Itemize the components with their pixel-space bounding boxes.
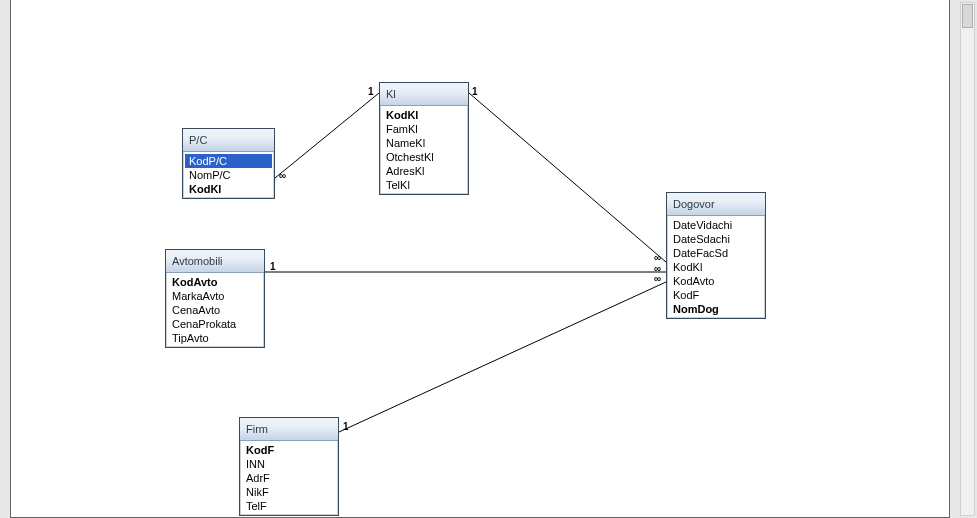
table-dogovor-title[interactable]: Dogovor [667,193,765,216]
table-firm-title[interactable]: Firm [240,418,338,441]
table-firm-fields: KodF INN AdrF NikF TelF [240,441,338,515]
table-avtomobili-title[interactable]: Avtomobili [166,250,264,273]
table-kl[interactable]: Kl KodKl FamKl NameKl OtchestKl AdresKl … [379,82,469,195]
field-pc-kodkl[interactable]: KodKl [185,182,272,196]
scrollbar-thumb[interactable] [962,4,973,28]
field-avto-kodavto[interactable]: KodAvto [168,275,262,289]
field-kl-telkl[interactable]: TelKl [382,178,466,192]
field-kl-adreskl[interactable]: AdresKl [382,164,466,178]
table-avtomobili-fields: KodAvto MarkaAvto CenaAvto CenaProkata T… [166,273,264,347]
rel-firm-dog-many: ∞ [654,273,661,284]
rel-avto-dog-one: 1 [270,261,276,272]
rel-kl-pc-many: ∞ [279,170,286,181]
field-avto-tipavto[interactable]: TipAvto [168,331,262,345]
field-firm-telf[interactable]: TelF [242,499,336,513]
table-kl-title[interactable]: Kl [380,83,468,106]
field-dog-kodkl[interactable]: KodKl [669,260,763,274]
table-pc-title[interactable]: P/C [183,129,274,152]
field-dog-kodf[interactable]: KodF [669,288,763,302]
rel-firm-dog-one: 1 [343,421,349,432]
table-firm[interactable]: Firm KodF INN AdrF NikF TelF [239,417,339,516]
field-pc-nompc[interactable]: NomP/C [185,168,272,182]
field-dog-kodavto[interactable]: KodAvto [669,274,763,288]
field-avto-cenaprokata[interactable]: CenaProkata [168,317,262,331]
vertical-scrollbar[interactable] [960,2,975,516]
field-kl-famkl[interactable]: FamKl [382,122,466,136]
rel-kl-dog-one: 1 [472,86,478,97]
table-pc[interactable]: P/C KodP/C NomP/C KodKl [182,128,275,199]
field-avto-cenaavto[interactable]: CenaAvto [168,303,262,317]
field-pc-kodpc[interactable]: KodP/C [185,154,272,168]
diagram-canvas[interactable] [10,0,950,518]
field-firm-kodf[interactable]: KodF [242,443,336,457]
field-firm-nikf[interactable]: NikF [242,485,336,499]
field-firm-adrf[interactable]: AdrF [242,471,336,485]
field-firm-inn[interactable]: INN [242,457,336,471]
field-dog-datesdachi[interactable]: DateSdachi [669,232,763,246]
table-dogovor-fields: DateVidachi DateSdachi DateFacSd KodKl K… [667,216,765,318]
table-dogovor[interactable]: Dogovor DateVidachi DateSdachi DateFacSd… [666,192,766,319]
field-dog-nomdog[interactable]: NomDog [669,302,763,316]
field-kl-otchestkl[interactable]: OtchestKl [382,150,466,164]
field-dog-datevidachi[interactable]: DateVidachi [669,218,763,232]
field-dog-datefacsd[interactable]: DateFacSd [669,246,763,260]
rel-kl-dog-many: ∞ [654,252,661,263]
table-avtomobili[interactable]: Avtomobili KodAvto MarkaAvto CenaAvto Ce… [165,249,265,348]
field-kl-namekl[interactable]: NameKl [382,136,466,150]
table-kl-fields: KodKl FamKl NameKl OtchestKl AdresKl Tel… [380,106,468,194]
field-avto-markaavto[interactable]: MarkaAvto [168,289,262,303]
field-kl-kodkl[interactable]: KodKl [382,108,466,122]
rel-kl-pc-one: 1 [368,86,374,97]
table-pc-fields: KodP/C NomP/C KodKl [183,152,274,198]
